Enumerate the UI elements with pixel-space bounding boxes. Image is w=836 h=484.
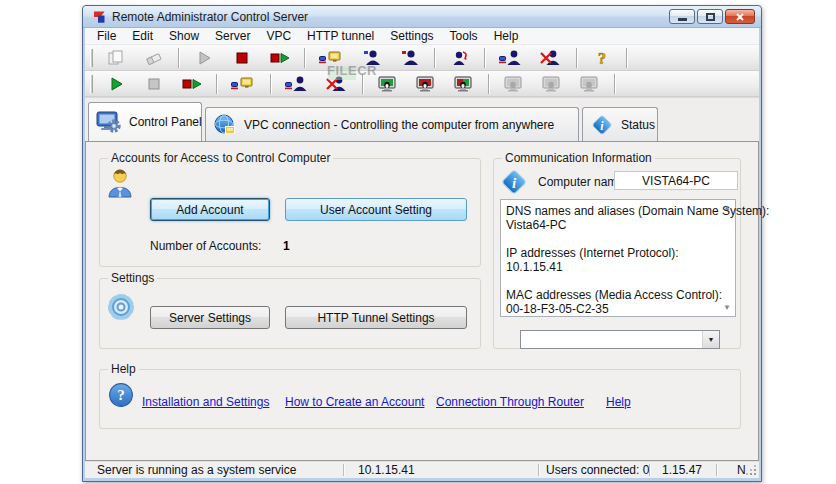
- chevron-down-icon[interactable]: ▼: [702, 331, 719, 348]
- connect-computer-button[interactable]: [229, 73, 259, 95]
- menu-server[interactable]: Server: [207, 28, 258, 44]
- connect-user-button[interactable]: [497, 47, 525, 69]
- help-circle-icon: ?: [108, 382, 134, 408]
- maximize-button[interactable]: [697, 9, 723, 24]
- eraser-icon: [144, 48, 164, 68]
- viewer-2-button[interactable]: [539, 73, 565, 95]
- monitor-gray-icon: [541, 74, 563, 94]
- user-delete-icon: [539, 48, 563, 68]
- stop-icon: [232, 48, 252, 68]
- link-help[interactable]: Help: [606, 395, 631, 409]
- info-line: 00-18-F3-05-C2-35: [506, 302, 717, 316]
- computer-connect-icon: [231, 74, 257, 94]
- link-connection-through-router[interactable]: Connection Through Router: [436, 395, 584, 409]
- disconnect-user-button[interactable]: [537, 47, 565, 69]
- link-how-to-create-an-account[interactable]: How to Create an Account: [285, 395, 424, 409]
- toolbar-row-2: [85, 71, 759, 97]
- menu-http-tunnel[interactable]: HTTP tunnel: [299, 28, 382, 44]
- copy-icon: [106, 48, 126, 68]
- screen-off-button[interactable]: [413, 73, 439, 95]
- toolbar-separator: [576, 48, 578, 68]
- restart-button[interactable]: [267, 47, 293, 69]
- svg-text:?: ?: [117, 386, 125, 403]
- status-users-connected: Users connected: 0: [546, 463, 649, 478]
- info-line: IP addresses (Internet Protocol):: [506, 246, 717, 260]
- control-panel-icon: [96, 110, 122, 134]
- tab-control-panel[interactable]: Control Panel: [88, 102, 202, 141]
- toolbar-grip[interactable]: [90, 49, 93, 67]
- minimize-button[interactable]: [669, 9, 695, 24]
- stop-icon: [144, 74, 164, 94]
- http-tunnel-settings-button[interactable]: HTTP Tunnel Settings: [285, 306, 467, 329]
- screen-on-button[interactable]: [375, 73, 401, 95]
- svg-text:?: ?: [598, 50, 606, 67]
- globe-icon: [213, 114, 237, 136]
- accounts-group: Accounts for Access to Control Computer …: [99, 158, 481, 267]
- menu-file[interactable]: File: [89, 28, 124, 44]
- toolbar-separator: [434, 48, 436, 68]
- monitor-green-icon: [377, 74, 399, 94]
- network-adapter-combobox[interactable]: ▼: [520, 330, 720, 349]
- screen-toggle-button[interactable]: [451, 73, 477, 95]
- link-installation-and-settings[interactable]: Installation and Settings: [142, 395, 269, 409]
- monitor-gray-icon: [579, 74, 601, 94]
- info-line: [506, 232, 717, 246]
- menu-show[interactable]: Show: [161, 28, 207, 44]
- computer-name-field[interactable]: VISTA64-PC: [614, 171, 738, 190]
- watermark: FILECR: [327, 63, 377, 78]
- start-server-button[interactable]: [103, 73, 129, 95]
- user-refresh-icon: [450, 48, 470, 68]
- server-settings-button[interactable]: Server Settings: [150, 306, 270, 329]
- close-icon: [734, 11, 746, 23]
- start-button[interactable]: [191, 47, 217, 69]
- network-info-listbox[interactable]: DNS names and aliases (Domain Name Syste…: [500, 199, 736, 317]
- menu-bar: File Edit Show Server VPC HTTP tunnel Se…: [85, 28, 759, 45]
- help-button[interactable]: ?: [589, 47, 615, 69]
- tab-strip: Control Panel VPC connection - Controlli…: [85, 97, 759, 141]
- tab-vpc-connection[interactable]: VPC connection - Controlling the compute…: [205, 107, 579, 141]
- info-line: [506, 274, 717, 288]
- help-group: Help ? Installation and Settings How to …: [99, 369, 741, 429]
- restart-server-button[interactable]: [179, 73, 205, 95]
- menu-vpc[interactable]: VPC: [258, 28, 299, 44]
- monitor-red-green-icon: [453, 74, 475, 94]
- user-sessions-button[interactable]: [397, 47, 423, 69]
- menu-help[interactable]: Help: [486, 28, 527, 44]
- info-line: Vista64-PC: [506, 218, 717, 232]
- accounts-count-value: 1: [283, 239, 290, 253]
- play-icon: [106, 74, 126, 94]
- tab-label: VPC connection - Controlling the compute…: [244, 118, 554, 132]
- statusbar-separator: [649, 464, 651, 476]
- menu-settings[interactable]: Settings: [382, 28, 441, 44]
- user-account-setting-button[interactable]: User Account Setting: [285, 198, 467, 221]
- add-connection-button[interactable]: [283, 73, 311, 95]
- copy-button[interactable]: [103, 47, 129, 69]
- scroll-up-icon[interactable]: ▲: [723, 204, 731, 212]
- settings-group: Settings Server Settings HTTP Tunnel Set…: [99, 278, 481, 349]
- stop-server-button[interactable]: [141, 73, 167, 95]
- status-version: 1.15.47: [662, 463, 702, 478]
- toolbar-separator: [484, 48, 486, 68]
- info-line: DNS names and aliases (Domain Name Syste…: [506, 204, 717, 218]
- resize-grip[interactable]: [745, 464, 757, 476]
- menu-edit[interactable]: Edit: [124, 28, 161, 44]
- tab-status[interactable]: i Status: [582, 107, 658, 141]
- viewer-3-button[interactable]: [577, 73, 603, 95]
- help-icon: ?: [592, 48, 612, 68]
- close-button[interactable]: [725, 9, 755, 24]
- toolbar-separator: [614, 74, 616, 94]
- app-logo-icon: [92, 10, 106, 24]
- refresh-user-button[interactable]: [447, 47, 473, 69]
- accounts-count-label: Number of Accounts:: [150, 239, 261, 253]
- stop-button[interactable]: [229, 47, 255, 69]
- add-account-button[interactable]: Add Account: [150, 198, 270, 221]
- title-bar[interactable]: Remote Administrator Control Server: [83, 6, 761, 28]
- erase-button[interactable]: [141, 47, 167, 69]
- scroll-down-icon[interactable]: ▼: [723, 304, 731, 312]
- viewer-1-button[interactable]: [501, 73, 527, 95]
- status-ip-address: 10.1.15.41: [358, 463, 415, 478]
- toolbar-grip[interactable]: [90, 75, 93, 93]
- monitor-red-icon: [415, 74, 437, 94]
- restart-icon: [181, 74, 203, 94]
- menu-tools[interactable]: Tools: [442, 28, 486, 44]
